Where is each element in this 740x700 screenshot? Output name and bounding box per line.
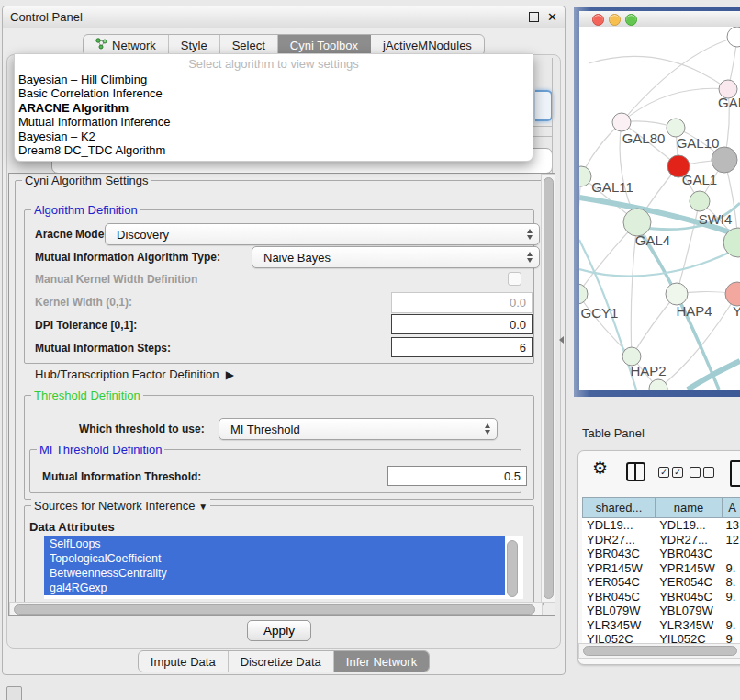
network-edge-highlighted[interactable] <box>688 361 740 390</box>
algorithm-option-mutual-information-inference[interactable]: Mutual Information Inference <box>15 115 533 129</box>
network-edge[interactable] <box>622 88 728 122</box>
dpi-tolerance-field[interactable]: 0.0 <box>391 314 533 334</box>
table-row[interactable]: YDL19...YDL19...13 <box>582 518 740 533</box>
tab-style[interactable]: Style <box>169 35 220 55</box>
bottom-tab-infer-network[interactable]: Infer Network <box>334 651 429 672</box>
select-all-icon[interactable]: ✓ <box>658 467 669 478</box>
node-label-gcy1: GCY1 <box>581 305 619 321</box>
table-cell: YDL19... <box>582 518 656 532</box>
tab-select[interactable]: Select <box>220 35 278 55</box>
table-row[interactable]: YDR27...YDR27...12 <box>582 533 740 548</box>
vertical-scrollbar[interactable] <box>541 174 555 603</box>
new-table-icon[interactable] <box>730 460 740 487</box>
table-cell: 9. <box>723 590 740 604</box>
close-button[interactable] <box>592 14 604 26</box>
gear-icon[interactable]: ⚙ <box>592 457 608 478</box>
algorithm-option-dream8-dc-tdc-algorithm[interactable]: Dream8 DC_TDC Algorithm <box>15 143 533 157</box>
sources-title[interactable]: Sources for Network Inference ▼ <box>31 499 210 513</box>
bottom-tab-impute-data[interactable]: Impute Data <box>139 651 229 672</box>
table-row[interactable]: YBL079WYBL079W <box>582 604 740 618</box>
mi-threshold-field[interactable]: 0.5 <box>387 466 527 486</box>
table-row[interactable]: YIL052CYIL052C9 <box>582 632 740 643</box>
table-row[interactable]: YBR045CYBR045C9. <box>582 590 740 604</box>
table-scrollbar-thumb[interactable] <box>583 646 737 656</box>
table-cell: YLR345W <box>582 618 656 632</box>
data-attributes-list[interactable]: SelfLoopsTopologicalCoefficientBetweenne… <box>44 536 523 599</box>
network-node[interactable] <box>579 284 588 304</box>
column-header-shared-name[interactable]: shared... <box>582 497 656 518</box>
table-row[interactable]: YBR043CYBR043C <box>582 547 740 561</box>
attribute-item-topologicalcoefficient[interactable]: TopologicalCoefficient <box>44 551 505 566</box>
deselect-all-icon[interactable] <box>690 467 701 478</box>
column-header-name[interactable]: name <box>655 497 723 518</box>
tab-jactivemnodules[interactable]: jActiveMNodules <box>371 35 484 55</box>
bottom-tab-discretize-data[interactable]: Discretize Data <box>229 651 334 672</box>
apply-button[interactable]: Apply <box>247 620 311 641</box>
horizontal-scrollbar-thumb[interactable] <box>14 604 535 615</box>
algorithm-select-popup: Select algorithm to view settings Bayesi… <box>14 53 533 162</box>
table-horizontal-scrollbar[interactable] <box>578 643 740 659</box>
float-window-icon[interactable] <box>529 12 539 22</box>
mi-threshold-title: MI Threshold Definition <box>37 443 164 457</box>
node-label-hap4: HAP4 <box>676 303 712 319</box>
horizontal-scrollbar[interactable] <box>9 602 543 616</box>
network-edge[interactable] <box>632 294 677 356</box>
manual-kernel-checkbox[interactable] <box>508 272 521 286</box>
algorithm-option-bayesian-k2[interactable]: Bayesian – K2 <box>15 130 533 143</box>
minimize-button[interactable] <box>609 14 621 26</box>
table-rows: YDL19...YDL19...13YDR27...YDR27...12YBR0… <box>582 518 740 643</box>
which-threshold-select[interactable]: MI Threshold <box>219 418 498 440</box>
table-cell: YDL19... <box>656 518 723 532</box>
table-row[interactable]: YER054CYER054C8. <box>582 575 740 590</box>
list-scrollbar-thumb[interactable] <box>507 540 518 597</box>
kernel-width-field: 0.0 <box>391 292 533 313</box>
split-columns-icon[interactable] <box>626 462 645 481</box>
tab-network[interactable]: Network <box>84 35 169 55</box>
window-title: Control Panel <box>10 10 83 24</box>
algorithm-option-basic-correlation-inference[interactable]: Basic Correlation Inference <box>15 86 533 100</box>
network-node[interactable] <box>690 191 710 211</box>
algorithm-option-aracne-algorithm[interactable]: ARACNE Algorithm <box>15 101 533 115</box>
attribute-item-gal4rgexp[interactable]: gal4RGexp <box>44 581 505 595</box>
mi-type-select[interactable]: Naive Bayes <box>252 246 540 268</box>
vertical-scrollbar-thumb[interactable] <box>544 177 554 599</box>
network-edge[interactable] <box>579 294 632 356</box>
close-icon[interactable]: ✕ <box>547 12 557 23</box>
expand-right-icon[interactable]: ▶ <box>226 368 234 381</box>
network-node[interactable] <box>612 113 631 131</box>
column-header-partial[interactable]: A <box>722 497 740 518</box>
window-controls: ✕ <box>529 12 557 23</box>
table-cell: YIL052C <box>582 632 656 643</box>
table-row[interactable]: YLR345WYLR345W9. <box>582 618 740 633</box>
table-cell: 8. <box>723 575 740 589</box>
collapse-down-icon[interactable]: ▼ <box>198 502 207 512</box>
bottom-tab-strip: Impute DataDiscretize DataInfer Network <box>138 650 430 672</box>
deselect-all-icon[interactable] <box>703 467 714 478</box>
table-row[interactable]: YPR145WYPR145W9. <box>582 561 740 576</box>
hub-definition-expander[interactable]: Hub/Transcription Factor Definition ▶ <box>35 367 234 381</box>
network-node[interactable] <box>666 283 688 305</box>
table-cell: YER054C <box>656 575 723 589</box>
select-all-icon[interactable]: ✓ <box>672 467 683 478</box>
splitter-handle[interactable] <box>559 336 564 344</box>
algorithm-option-bayesian-hill-climbing[interactable]: Bayesian – Hill Climbing <box>15 73 533 86</box>
network-canvas[interactable]: GALGAL80GAL10GAL1GAL11SWI4GAL4GCY1HAP4YH… <box>579 27 740 390</box>
network-edge[interactable] <box>579 176 581 294</box>
tab-label: Cyni Toolbox <box>290 39 358 52</box>
group-border-fragment <box>533 136 553 137</box>
stepper-icon <box>527 247 533 267</box>
attribute-item-selfloops[interactable]: SelfLoops <box>44 536 505 551</box>
zoom-button[interactable] <box>625 14 637 26</box>
tab-cyni-toolbox[interactable]: Cyni Toolbox <box>278 35 371 55</box>
aracne-mode-select[interactable]: Discovery <box>105 223 540 245</box>
table-cell: 9. <box>723 618 740 632</box>
table-cell: YDR27... <box>656 533 723 547</box>
collapsed-panel-grip[interactable] <box>6 686 22 700</box>
table-cell: YBL079W <box>582 604 656 617</box>
mi-steps-field[interactable]: 6 <box>391 337 533 357</box>
network-node[interactable] <box>667 119 685 137</box>
node-label-y: Y <box>733 303 740 319</box>
network-node[interactable] <box>712 147 737 173</box>
attribute-item-betweennesscentrality[interactable]: BetweennessCentrality <box>44 566 505 581</box>
network-node[interactable] <box>727 27 740 47</box>
